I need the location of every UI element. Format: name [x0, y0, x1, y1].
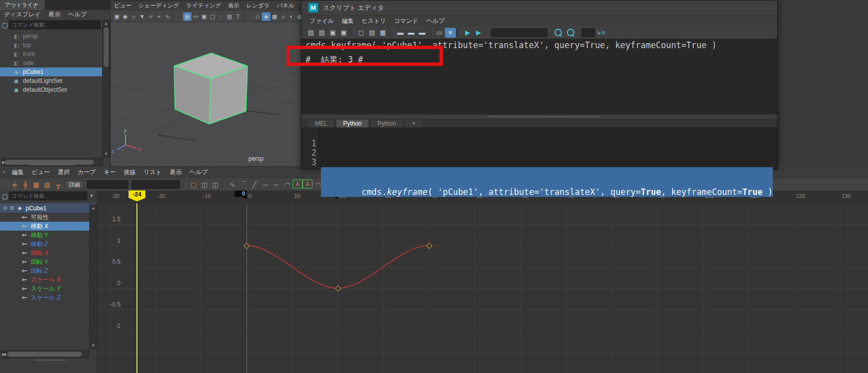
script-editor-tool-icon[interactable]: ▭ — [434, 28, 445, 38]
channel-row[interactable]: 回転 Y — [0, 257, 97, 266]
outliner-item[interactable]: ◈ pCube1 — [0, 67, 110, 76]
outliner-item[interactable]: ◧ top — [0, 41, 110, 50]
graph-editor-search-input[interactable] — [9, 191, 87, 200]
script-tab[interactable]: MEL — [308, 119, 335, 127]
script-editor-tool-icon[interactable]: ▣ — [338, 28, 349, 38]
scroll-right-icon[interactable]: ▶ — [1, 160, 5, 165]
graph-editor-tool-icon[interactable]: ╫ — [20, 180, 31, 189]
key-time-field[interactable] — [87, 180, 128, 189]
graph-editor-tool-icon[interactable]: ⌒ — [238, 180, 249, 189]
viewport-tool-icon[interactable]: ∿ — [163, 12, 172, 21]
graph-editor-tool-icon[interactable]: ◫ — [199, 180, 210, 189]
scroll-up-icon[interactable]: ▲ — [103, 21, 110, 26]
scrollbar-thumb[interactable] — [7, 352, 82, 357]
graph-editor-tool-icon[interactable]: ◠ — [282, 180, 293, 189]
viewport-tool-icon[interactable]: ▩ — [270, 12, 279, 21]
channel-row[interactable]: 移動 Z — [0, 240, 97, 249]
graph-editor-tool-icon[interactable]: ◫ — [210, 180, 221, 189]
viewport-3d-scene[interactable]: y x z — [111, 22, 301, 166]
script-tab[interactable]: + — [404, 119, 423, 127]
goto-line-icon[interactable]: ↳≡ — [595, 28, 606, 38]
viewport-menu-item[interactable]: 表示 — [225, 2, 243, 9]
graph-editor-tool-icon[interactable]: ▧ — [42, 180, 53, 189]
script-editor-tool-icon[interactable]: ▬ — [406, 28, 417, 38]
graph-editor-tool-icon[interactable]: ∿ — [227, 180, 238, 189]
channel-tree-root[interactable]: ⊖ ⊞ ◈ pCube1 — [0, 203, 97, 213]
channel-row[interactable]: スケール X — [0, 275, 97, 284]
graph-editor-plot-area[interactable]: 1.510.50-0.5-1 — [97, 203, 868, 373]
viewport-tool-icon[interactable]: ◌ — [217, 12, 225, 21]
graph-editor-tool-icon[interactable] — [222, 180, 226, 187]
channel-row[interactable]: 移動 X — [0, 222, 97, 231]
script-editor-tool-icon[interactable]: ▤ — [367, 28, 377, 38]
script-editor-tool-icon[interactable]: ▦ — [377, 28, 388, 38]
frame-bookmark-tag[interactable]: 0 — [235, 190, 247, 199]
script-editor-tool-icon[interactable]: ▤ — [306, 28, 316, 38]
current-time-line[interactable] — [136, 203, 137, 373]
graph-editor-tool-icon[interactable]: ⌐ — [271, 180, 282, 189]
viewport-tool-icon[interactable] — [173, 12, 182, 21]
script-tab[interactable]: Python — [370, 119, 403, 127]
graph-editor-menu-item[interactable]: ヘルプ — [186, 168, 212, 177]
script-editor-menu-item[interactable]: コマンド — [390, 17, 422, 25]
script-editor-tool-icon[interactable] — [429, 28, 433, 36]
viewport-tool-icon[interactable]: T — [234, 12, 242, 21]
viewport-tool-icon[interactable]: ◇ — [253, 12, 262, 21]
channel-row[interactable]: 可視性 — [0, 213, 97, 222]
outliner-item[interactable]: ◉ defaultLightSet — [0, 76, 110, 85]
script-editor-menu-item[interactable]: ヘルプ — [422, 17, 448, 25]
outliner-item[interactable]: ◧ front — [0, 50, 110, 59]
viewport-tool-icon[interactable]: ▣ — [113, 12, 121, 21]
graph-editor-menu-item[interactable]: 接線 — [120, 168, 139, 177]
viewport-tool-icon[interactable]: ☼ — [129, 12, 138, 21]
graph-editor-menu-item[interactable]: キー — [100, 168, 120, 177]
perspective-viewport[interactable]: ビューシェーディングライティング表示レンダラパネル ▣◉☼▼▱+∿▦▭▣▢◌▨T… — [110, 0, 302, 167]
outliner-menu-item[interactable]: 表示 — [45, 10, 64, 19]
graph-editor-menu-item[interactable]: リスト — [139, 168, 166, 177]
channel-row[interactable]: スケール Z — [0, 293, 97, 302]
outliner-item[interactable]: ◧ side — [0, 59, 110, 67]
viewport-tool-icon[interactable]: ▭ — [191, 12, 200, 21]
graph-editor-menu-item[interactable]: 選択 — [54, 168, 74, 177]
execute-icon[interactable]: ▶ — [462, 28, 473, 38]
outliner-tab[interactable]: アウトライナ — [0, 0, 45, 10]
graph-editor-menu-item[interactable]: カーブ — [74, 168, 100, 177]
script-editor-tool-icon[interactable] — [350, 28, 355, 36]
script-editor-tool-icon[interactable]: ▢ — [356, 28, 367, 38]
graph-editor-menu-item[interactable]: ビュー — [28, 168, 54, 177]
script-editor-menu-item[interactable]: ヒストリ — [358, 17, 390, 25]
outliner-item[interactable]: ◧ persp — [0, 32, 110, 41]
graph-editor-menu-item[interactable]: 編集 — [8, 168, 28, 177]
script-editor-tool-icon[interactable]: ▣ — [327, 28, 338, 38]
viewport-menu-item[interactable]: パネル — [273, 2, 298, 9]
details-button[interactable]: 詳細 — [65, 180, 84, 189]
collapse-icon[interactable]: ⊖ — [3, 205, 7, 211]
search-down-icon[interactable] — [555, 29, 562, 36]
panel-resize-handle[interactable] — [30, 164, 74, 165]
selection-mask-icon[interactable]: ▢ — [1, 20, 9, 30]
graph-editor-tool-icon[interactable]: A — [293, 180, 303, 188]
script-editor-tool-icon[interactable]: ▬ — [395, 28, 406, 38]
script-editor-tool-icon[interactable]: ≡ — [445, 28, 456, 38]
scroll-down-icon[interactable]: ▼ — [90, 343, 97, 348]
viewport-tool-icon[interactable]: ▱ — [146, 12, 155, 21]
outliner-search-input[interactable] — [9, 20, 101, 29]
graph-editor-tool-icon[interactable]: ╥ — [53, 180, 63, 189]
channel-vertical-scrollbar[interactable]: ▲ ▼ — [89, 204, 97, 349]
outliner-menu-item[interactable]: ディスプレイ — [0, 10, 45, 19]
graph-editor-tool-icon[interactable]: ▦ — [31, 180, 42, 189]
selection-mask-icon[interactable]: ▢ — [1, 191, 9, 201]
search-up-icon[interactable] — [567, 29, 574, 36]
viewport-tool-icon[interactable]: ▢ — [208, 12, 217, 21]
script-editor-menu-item[interactable]: ファイル — [306, 17, 338, 25]
viewport-tool-icon[interactable]: ▦ — [183, 12, 191, 21]
viewport-menu-item[interactable]: シェーディング — [135, 2, 183, 9]
scroll-down-icon[interactable]: ▼ — [103, 152, 110, 156]
script-editor-input-pane[interactable]: 1 from maya import cmds 2 3 cmds.keyfram… — [302, 127, 777, 169]
viewport-tool-icon[interactable]: ▨ — [225, 12, 234, 21]
script-editor-menu-item[interactable]: 編集 — [338, 17, 358, 25]
graph-editor-tool-icon[interactable]: ▢ — [188, 180, 199, 189]
channel-row[interactable]: 回転 X — [0, 249, 97, 257]
panel-resize-handle[interactable] — [35, 360, 65, 361]
outliner-vertical-scrollbar[interactable]: ▲ ▼ — [102, 20, 110, 158]
